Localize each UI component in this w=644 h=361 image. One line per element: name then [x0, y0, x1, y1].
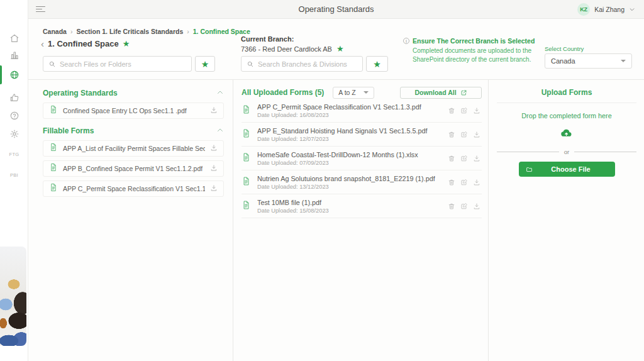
file-date: Date Uploaded: 13/12/2023	[257, 184, 435, 190]
download-icon[interactable]	[473, 155, 480, 162]
dropzone[interactable]	[489, 127, 644, 138]
section-operating-standards-header[interactable]: Operating Standards	[43, 86, 224, 100]
chevron-down-icon	[364, 91, 369, 94]
file-name: APP C_Permit Space Reclassification V1 S…	[63, 185, 205, 192]
trash-icon[interactable]	[448, 107, 455, 114]
current-branch-label: Current Branch:	[241, 35, 294, 43]
branch-favorites-button[interactable]: ★	[366, 56, 388, 72]
download-icon[interactable]	[210, 143, 218, 154]
trash-icon[interactable]	[448, 179, 455, 186]
download-icon[interactable]	[473, 107, 480, 114]
document-icon	[242, 175, 251, 189]
download-all-button[interactable]: Download All	[400, 87, 482, 99]
edit-icon[interactable]	[460, 203, 468, 210]
list-item[interactable]: APP B_Confined Space Permit V1 Sec1.1.2.…	[43, 160, 224, 177]
search-icon	[247, 60, 254, 68]
download-icon[interactable]	[473, 203, 480, 210]
file-name: APP E_Standard Hoisting Hand Signals V1 …	[257, 127, 428, 135]
help-icon[interactable]	[0, 111, 28, 121]
page-title: 1. Confined Space	[48, 39, 119, 48]
branch-warning-title-row: i Ensure The Correct Branch is Selected	[403, 37, 538, 45]
search-branches-input[interactable]	[258, 60, 357, 68]
settings-gear-icon[interactable]	[0, 129, 28, 139]
file-name: HomeSafe Coastal-Test-DrillDown-12 Month…	[257, 151, 418, 158]
branches-search	[241, 56, 363, 72]
breadcrumb-item-canada[interactable]: Canada	[43, 28, 67, 35]
file-info: Test 10MB file (1).pdf Date Uploaded: 15…	[257, 199, 329, 214]
row-actions	[448, 203, 480, 210]
edit-icon[interactable]	[460, 131, 468, 138]
row-actions	[448, 155, 480, 162]
download-icon[interactable]	[210, 163, 218, 174]
table-row[interactable]: APP E_Standard Hoisting Hand Signals V1 …	[242, 123, 482, 147]
sort-select[interactable]: A to Z	[333, 87, 374, 99]
folder-icon	[525, 166, 533, 173]
country-select[interactable]: Canada	[545, 53, 632, 69]
star-icon: ★	[201, 60, 209, 68]
globe-icon[interactable]	[0, 70, 28, 80]
divider	[574, 152, 636, 152]
home-icon[interactable]	[0, 33, 28, 43]
download-icon[interactable]	[473, 179, 480, 186]
favorite-star-icon[interactable]: ★	[123, 40, 130, 48]
document-icon	[49, 104, 58, 117]
bar-chart-icon[interactable]	[0, 50, 28, 60]
search-icon	[48, 60, 56, 68]
sidebar-item-ftg[interactable]: FTG	[0, 152, 28, 157]
choose-file-button[interactable]: Choose File	[519, 162, 615, 177]
edit-icon[interactable]	[460, 179, 468, 186]
edit-icon[interactable]	[460, 107, 468, 114]
table-row[interactable]: Nutrien Ag Solutuions brand snapshot_818…	[242, 170, 482, 194]
divider	[497, 152, 559, 152]
table-row[interactable]: HomeSafe Coastal-Test-DrillDown-12 Month…	[242, 147, 482, 170]
branch-favorite-star-icon[interactable]: ★	[336, 45, 344, 53]
document-icon	[49, 142, 58, 155]
cloud-upload-icon	[559, 127, 574, 138]
table-row[interactable]: APP C_Permit Space Reclassification V1 S…	[242, 99, 482, 123]
user-menu[interactable]: KZ Kai Zhang	[577, 0, 635, 19]
trash-icon[interactable]	[448, 131, 455, 138]
upload-forms-title: Upload Forms	[489, 88, 644, 97]
current-branch-value: 7366 - Red Deer Cardlock AB ★	[241, 45, 344, 53]
breadcrumb-item-section1[interactable]: Section 1. Life Criticals Standards	[76, 28, 183, 35]
download-icon[interactable]	[210, 105, 218, 116]
chevron-down-icon	[621, 60, 626, 62]
table-row[interactable]: Test 10MB file (1).pdf Date Uploaded: 15…	[242, 194, 482, 218]
info-icon: i	[403, 38, 409, 44]
document-icon	[49, 162, 58, 175]
branch-warning-body: Completed documents are uploaded to the …	[413, 47, 537, 64]
download-icon[interactable]	[473, 131, 480, 138]
breadcrumb-item-confined-space[interactable]: 1. Confined Space	[193, 28, 250, 35]
search-files-input[interactable]	[60, 60, 186, 68]
uploaded-forms-header: All Uploaded Forms (5) A to Z Download A…	[242, 86, 482, 99]
favorites-filter-button[interactable]: ★	[195, 56, 215, 72]
row-actions	[448, 107, 480, 114]
thumbs-up-icon[interactable]	[0, 92, 28, 103]
list-item[interactable]: Confined Space Entry LC Ops Sec1.1 .pdf	[43, 103, 224, 119]
upload-forms-panel: Upload Forms Drop the completed form her…	[489, 80, 644, 361]
trash-icon[interactable]	[448, 203, 455, 210]
or-label: or	[564, 148, 569, 155]
page-header: Canada › Section 1. Life Criticals Stand…	[28, 19, 644, 79]
app-window: FTG PBI Operating Standards KZ Kai Zhang…	[0, 0, 644, 361]
document-icon	[242, 128, 251, 142]
chevron-up-icon[interactable]	[216, 125, 224, 136]
list-item[interactable]: APP C_Permit Space Reclassification V1 S…	[43, 181, 224, 197]
document-icon	[242, 152, 251, 165]
row-actions	[448, 179, 480, 186]
file-name: APP B_Confined Space Permit V1 Sec1.1.2.…	[63, 165, 203, 172]
back-chevron-icon[interactable]: ‹	[41, 40, 44, 48]
download-icon[interactable]	[210, 183, 218, 194]
sidebar-item-pbi[interactable]: PBI	[0, 172, 28, 178]
edit-icon[interactable]	[460, 155, 468, 162]
download-all-label: Download All	[414, 89, 456, 96]
file-info: APP C_Permit Space Reclassification V1 S…	[257, 103, 421, 118]
section-fillable-forms-header[interactable]: Fillable Forms	[43, 124, 224, 138]
file-date: Date Uploaded: 16/08/2023	[257, 112, 421, 118]
choose-file-label: Choose File	[533, 165, 609, 173]
chevron-up-icon[interactable]	[216, 87, 224, 99]
country-select-value: Canada	[551, 57, 575, 65]
list-item[interactable]: APP A_List of Facility Permit Spaces Fil…	[43, 140, 224, 157]
trash-icon[interactable]	[448, 155, 455, 162]
uploaded-forms-title: All Uploaded Forms (5)	[242, 88, 324, 97]
